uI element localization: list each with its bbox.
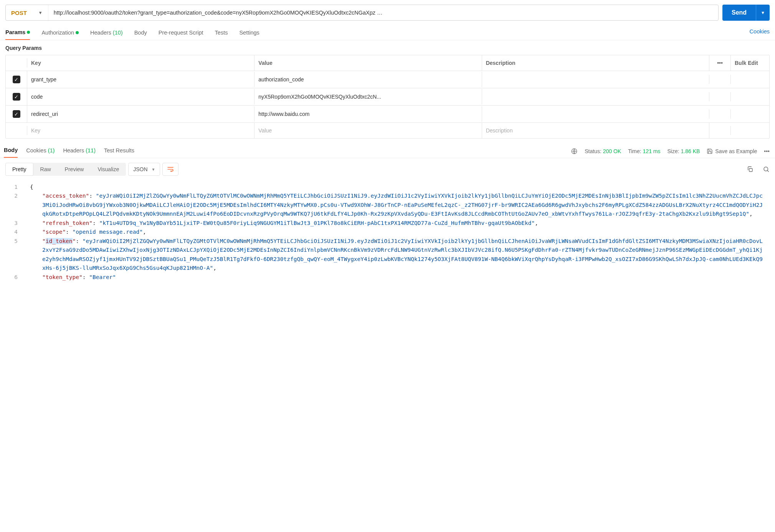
checkbox-enabled[interactable]: ✓	[13, 76, 20, 83]
tab-tests[interactable]: Tests	[215, 26, 228, 40]
send-button[interactable]: Send ▼	[722, 5, 770, 21]
size-value: 1.86 KB	[681, 148, 700, 154]
search-icon[interactable]	[763, 166, 770, 173]
size-label: Size: 1.86 KB	[667, 148, 700, 154]
checkbox-enabled[interactable]: ✓	[13, 93, 20, 101]
resp-tab-cookies[interactable]: Cookies (1)	[26, 145, 55, 157]
params-table: Key Value Description ••• Bulk Edit ✓ gr…	[5, 55, 770, 139]
table-row: ✓ grant_type authorization_code	[6, 71, 769, 88]
param-description[interactable]	[482, 75, 709, 84]
save-as-example-button[interactable]: Save as Example	[707, 148, 757, 154]
table-row-empty: Key Value Description	[6, 123, 769, 138]
status-label: Status: 200 OK	[585, 148, 621, 154]
resp-tab-cookies-count: (1)	[48, 147, 55, 154]
view-raw-button[interactable]: Raw	[33, 163, 58, 176]
tab-headers-count: (10)	[113, 30, 123, 36]
time-label: Time: 121 ms	[628, 148, 660, 154]
param-key[interactable]: code	[27, 89, 254, 104]
copy-icon[interactable]	[747, 166, 754, 173]
time-value: 121 ms	[643, 148, 661, 154]
view-segment: Pretty Raw Preview Visualize	[5, 163, 126, 176]
cookies-link[interactable]: Cookies	[750, 28, 770, 38]
view-preview-button[interactable]: Preview	[58, 163, 91, 176]
table-row: ✓ redirect_uri http://www.baidu.com	[6, 106, 769, 123]
resp-tab-cookies-label: Cookies	[26, 147, 46, 154]
wrap-lines-button[interactable]	[162, 163, 178, 176]
tab-authorization[interactable]: Authorization	[41, 26, 79, 40]
status-value: 200 OK	[603, 148, 621, 154]
tab-params[interactable]: Params	[5, 26, 30, 40]
url-input[interactable]: http://localhost:9000/oauth2/token?grant…	[48, 5, 718, 20]
table-row: ✓ code nyX5Rop9omX2hGo0MOQvKIESQyXluOdtx…	[6, 88, 769, 106]
send-label: Send	[722, 5, 756, 21]
view-pretty-button[interactable]: Pretty	[5, 163, 33, 176]
header-key: Key	[27, 55, 254, 71]
param-key[interactable]: grant_type	[27, 72, 254, 87]
format-label: JSON	[133, 166, 147, 172]
resp-tab-body[interactable]: Body	[4, 145, 18, 158]
param-key-placeholder[interactable]: Key	[27, 123, 254, 138]
tab-params-label: Params	[5, 29, 25, 35]
header-value: Value	[254, 55, 482, 71]
active-dot-icon	[27, 31, 30, 34]
section-query-params-title: Query Params	[0, 40, 775, 55]
svg-point-3	[764, 167, 768, 171]
save-label: Save as Example	[715, 148, 757, 154]
http-method-select[interactable]: POST ▼	[6, 5, 48, 20]
svg-rect-2	[749, 169, 752, 172]
resp-tab-test-results[interactable]: Test Results	[104, 145, 134, 157]
tab-prerequest[interactable]: Pre-request Script	[159, 26, 203, 40]
bulk-edit-button[interactable]: Bulk Edit	[731, 55, 769, 71]
format-select[interactable]: JSON▼	[128, 163, 160, 176]
param-value[interactable]: nyX5Rop9omX2hGo0MOQvKIESQyXluOdtxc2cN...	[254, 89, 482, 104]
active-dot-icon	[76, 31, 79, 34]
resp-tab-headers-count: (11)	[86, 147, 96, 154]
param-description[interactable]	[482, 92, 709, 101]
param-description-placeholder[interactable]: Description	[482, 123, 709, 138]
param-description[interactable]	[482, 109, 709, 119]
more-horizontal-icon[interactable]: •••	[764, 148, 770, 154]
chevron-down-icon: ▼	[38, 10, 43, 15]
header-description: Description	[482, 55, 709, 71]
globe-icon[interactable]	[571, 148, 578, 155]
param-value[interactable]: http://www.baidu.com	[254, 106, 482, 122]
param-value-placeholder[interactable]: Value	[254, 123, 482, 138]
svg-line-4	[767, 170, 769, 172]
tab-headers[interactable]: Headers (10)	[90, 26, 123, 40]
chevron-down-icon: ▼	[152, 167, 155, 172]
tab-body[interactable]: Body	[134, 26, 147, 40]
resp-tab-headers-label: Headers	[63, 147, 84, 154]
method-label: POST	[11, 10, 27, 16]
resp-tab-headers[interactable]: Headers (11)	[63, 145, 96, 157]
tab-auth-label: Authorization	[41, 30, 74, 36]
tab-headers-label: Headers	[90, 30, 111, 36]
header-checkbox-cell	[6, 58, 27, 68]
send-dropdown-icon[interactable]: ▼	[756, 5, 770, 21]
param-value[interactable]: authorization_code	[254, 72, 482, 87]
tab-settings[interactable]: Settings	[239, 26, 259, 40]
response-body-viewer[interactable]: 1{2"access_token": "eyJraWQiOiI2MjZlZGQw…	[0, 180, 775, 289]
param-key[interactable]: redirect_uri	[27, 106, 254, 122]
view-visualize-button[interactable]: Visualize	[91, 163, 126, 176]
checkbox-enabled[interactable]: ✓	[13, 110, 20, 118]
more-icon[interactable]: •••	[709, 55, 731, 71]
